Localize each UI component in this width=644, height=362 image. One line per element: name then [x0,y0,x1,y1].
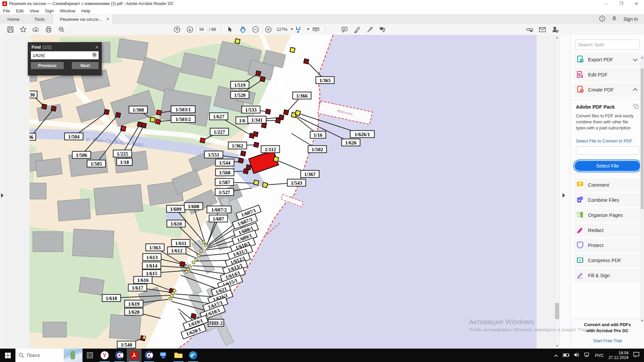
taskbar-app-file-explorer[interactable] [171,349,186,362]
taskbar-app-this-pc[interactable] [156,349,171,362]
scroll-thumb[interactable] [555,303,559,319]
task-view-button[interactable] [83,349,97,362]
zoom-level-value[interactable]: 127% [277,27,287,32]
document-scrollbar[interactable]: ▲ ▼ [554,35,560,349]
volume-icon[interactable] [574,352,580,358]
select-file-button[interactable]: Select File [575,161,640,171]
comment-tool-icon[interactable] [340,25,349,34]
scroll-down-icon[interactable]: ▼ [554,343,560,349]
hand-tool-icon[interactable] [238,25,247,34]
star-icon[interactable] [19,25,28,34]
panel-item-fill-sign[interactable]: Fill & Sign [574,269,641,282]
map-marker [290,47,295,52]
language-indicator[interactable]: РУС [595,353,604,358]
svg-text:?: ? [601,16,603,20]
taskbar-app-c-browser-1[interactable] [112,349,127,362]
find-input[interactable]: 1/626 [31,51,99,59]
notification-center-icon[interactable] [633,352,639,359]
panel-item-protect[interactable]: Protect [574,239,641,252]
fill-sign-tool-icon[interactable] [366,25,374,34]
minimize-button[interactable]: – [599,0,614,7]
restore-button[interactable]: ❐ [614,0,629,7]
menu-help[interactable]: Help [78,8,94,13]
scroll-up-icon[interactable]: ▲ [554,35,560,40]
page-number-input[interactable]: 59 [196,26,207,33]
chevron-down-icon[interactable] [633,57,638,61]
save-icon[interactable] [6,25,15,34]
close-button[interactable]: ✕ [629,0,644,7]
panel-scroll-up-icon[interactable]: ▲ [640,56,644,59]
panel-item-combine-files[interactable]: Combine Files [574,193,641,207]
tab-close-icon[interactable]: ✕ [106,17,109,21]
chevron-down-icon[interactable] [290,28,293,30]
highlight-tool-icon[interactable] [353,25,362,34]
taskbar-app-edge[interactable] [186,349,201,362]
tray-chevron-icon[interactable] [554,352,558,358]
find-next-button[interactable]: Next [72,62,99,69]
sign-in-button[interactable]: Sign In [623,16,638,22]
pack-select-label: Select File to Convert to PDF [576,138,639,143]
zoom-in-icon[interactable] [264,25,273,34]
chevron-up-icon[interactable] [633,88,638,93]
map-label-1-366: 1/366 [293,92,311,99]
svg-text:ПШ-2: ПШ-2 [209,320,223,326]
menu-file[interactable]: File [0,8,13,13]
select-cursor-icon[interactable] [226,25,234,34]
panel-scroll-down-icon[interactable]: ▼ [640,319,644,322]
search-box-weather-image[interactable] [64,349,83,362]
menu-window[interactable]: Window [57,8,78,13]
network-icon[interactable] [584,352,590,358]
menu-edit[interactable]: Edit [13,8,26,13]
fit-width-icon[interactable] [295,25,304,34]
menu-sign[interactable]: Sign [42,8,57,13]
person-add-icon[interactable] [551,25,559,34]
tab-home[interactable]: Home [0,14,27,24]
taskbar-app-acrobat[interactable] [127,349,142,362]
panel-item-create-pdf[interactable]: Create PDF [574,83,641,97]
panel-item-redact[interactable]: Redact [574,224,641,237]
taskbar-search-input[interactable]: Поиск [15,349,83,362]
link-tool-icon[interactable] [525,25,534,34]
right-pane-toggle-icon[interactable] [562,193,565,198]
measure-icon[interactable] [312,25,320,34]
panel-item-organize-pages[interactable]: Organize Pages [574,208,641,222]
panel-scrollbar[interactable]: ▲ ▼ [640,55,644,323]
menu-view[interactable]: View [26,8,42,13]
panel-search-input[interactable]: Search 'Split' [575,40,640,50]
page-up-icon[interactable] [173,25,181,34]
start-button[interactable] [0,349,15,362]
chevron-down-icon[interactable] [307,28,310,30]
taskbar-app-c-browser-2[interactable] [142,349,156,362]
help-icon[interactable]: ? [599,15,605,23]
panel-scroll-thumb[interactable] [641,68,644,209]
find-previous-button[interactable]: Previous [31,62,64,69]
map-label-1-112: 1/112 [261,146,280,153]
taskbar-clock[interactable]: 16:04 27.12.2024 [608,351,629,360]
taskbar-app-yandex-browser[interactable]: Y [97,349,112,362]
send-sign-tool-icon[interactable] [378,25,387,34]
panel-item-edit-pdf[interactable]: Edit PDF [574,68,641,81]
tab-tools[interactable]: Tools [27,14,52,24]
page-down-icon[interactable] [185,25,194,34]
panel-item-export-pdf[interactable]: Export PDF [574,53,641,66]
panel-item-comment[interactable]: Comment [574,178,641,192]
search-tool-icon[interactable] [57,25,66,34]
cloud-upload-icon[interactable] [32,25,40,34]
battery-icon[interactable] [563,352,570,358]
map-label-1-615: 1/615 [143,270,161,277]
start-free-trial-link[interactable]: Start Free Trial [571,338,644,343]
left-pane-toggle-icon[interactable] [1,193,4,198]
find-settings-gear-icon[interactable] [92,52,97,59]
map-label-30: 30 [27,91,37,98]
svg-text:1/16: 1/16 [314,132,323,138]
email-tool-icon[interactable] [538,25,547,34]
bell-icon[interactable] [611,15,617,23]
find-close-icon[interactable]: ✕ [95,45,99,50]
zoom-out-icon[interactable] [251,25,260,34]
map-marker [283,110,288,115]
tab-document[interactable]: Решение на сесси... ✕ [52,14,113,24]
print-icon[interactable] [44,25,53,34]
panel-item-compress-pdf[interactable]: Compress PDF [574,254,641,267]
document-viewport[interactable]: р. Учан-Су (Водопадная)теплоход30361/308… [5,35,554,349]
pack-file-field[interactable] [576,146,639,155]
